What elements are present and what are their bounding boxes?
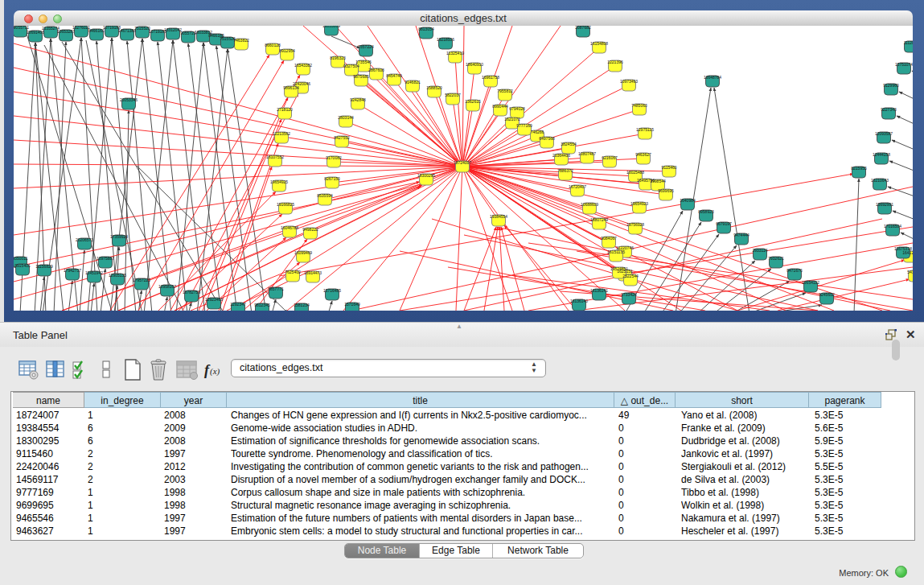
svg-text:9115460: 9115460 [661, 165, 676, 170]
svg-text:8427552: 8427552 [334, 135, 350, 140]
table-row[interactable]: 1872400712008Changes of HCN gene express… [11, 409, 914, 422]
node-table[interactable]: namein_degreeyeartitle△ out_de...shortpa… [10, 391, 915, 541]
table-settings-icon[interactable] [18, 359, 40, 381]
tab-edge-table[interactable]: Edge Table [419, 544, 492, 558]
svg-text:2867608: 2867608 [368, 68, 384, 72]
svg-text:16136141: 16136141 [590, 288, 608, 293]
close-panel-icon[interactable]: ✕ [906, 328, 916, 342]
table-row[interactable]: 969969511998Structural magnetic resonanc… [11, 499, 914, 512]
network-window-frame[interactable]: citations_edges.txt 11325419186409101696… [4, 0, 924, 322]
table-cell: 1997 [164, 525, 227, 538]
table-row[interactable]: 977716911998Corpus callosum shape and si… [11, 486, 914, 499]
svg-text:9812345: 9812345 [254, 303, 270, 307]
svg-text:8267150: 8267150 [324, 176, 340, 181]
table-cell: 2 [88, 473, 160, 486]
svg-text:11675318: 11675318 [894, 246, 912, 251]
table-cell: 2012 [164, 460, 227, 473]
table-cell: 19384554 [16, 422, 84, 435]
table-row[interactable]: 1456911722003Disruption of a novel membe… [11, 473, 914, 486]
table-row[interactable]: 1938455462009Genome-wide association stu… [11, 422, 914, 435]
svg-text:7515526: 7515526 [220, 36, 236, 41]
table-row[interactable]: 2242004622012Investigating the contribut… [11, 460, 914, 473]
svg-text:1621072: 1621072 [504, 117, 520, 122]
svg-text:10807487: 10807487 [578, 151, 596, 156]
memory-indicator-icon [895, 566, 907, 578]
table-cell: 2008 [164, 435, 227, 447]
svg-text:18640910: 18640910 [466, 62, 483, 67]
column-select-icon[interactable] [45, 359, 68, 381]
svg-text:9245652: 9245652 [819, 292, 835, 297]
svg-text:7625402: 7625402 [285, 270, 301, 274]
column-header-pagerank[interactable]: pagerank [809, 392, 881, 408]
table-selector-value: citations_edges.txt [240, 362, 323, 373]
table-row[interactable]: 911546021997Tourette syndrome. Phenomeno… [11, 447, 914, 460]
table-cell: 5.3E-5 [815, 499, 883, 512]
svg-text:11451942: 11451942 [85, 270, 103, 275]
table-cell: 5.3E-5 [815, 473, 883, 486]
table-cell: 0 [618, 499, 676, 512]
delete-table-icon[interactable] [148, 359, 170, 381]
svg-text:9875685: 9875685 [353, 74, 369, 79]
svg-text:16046788: 16046788 [281, 225, 298, 230]
network-canvas[interactable]: 1132541918640910169617587955812899044467… [14, 26, 913, 311]
column-header-name[interactable]: name [13, 392, 84, 408]
svg-text:16107552: 16107552 [266, 154, 284, 159]
table-cell: 9699695 [16, 499, 84, 512]
window-titlebar[interactable]: citations_edges.txt [14, 10, 913, 27]
float-window-icon[interactable] [885, 329, 897, 340]
tab-network-table[interactable]: Network Table [492, 544, 583, 558]
table-scrollbar-thumb[interactable] [892, 340, 900, 360]
table-cell: 22420046 [16, 460, 84, 473]
svg-text:8196323: 8196323 [330, 56, 346, 60]
column-pair-icon[interactable] [101, 359, 113, 381]
row-check-icon[interactable] [72, 359, 92, 381]
table-cell: Stergiakouli et al. (2012) [681, 460, 810, 473]
svg-text:12444158: 12444158 [873, 152, 890, 157]
svg-text:16136140: 16136140 [570, 299, 588, 303]
svg-text:2803144: 2803144 [338, 115, 354, 120]
svg-text:9242848: 9242848 [350, 97, 366, 102]
svg-text:16914473: 16914473 [304, 270, 322, 275]
svg-text:16720407: 16720407 [569, 184, 586, 189]
table-cell: 0 [618, 525, 676, 538]
table-cell: 5.3E-5 [815, 525, 883, 538]
split-divider-handle[interactable]: ▲ [456, 323, 464, 329]
column-header-short[interactable]: short [676, 392, 809, 408]
svg-text:8215955: 8215955 [851, 166, 867, 171]
svg-text:7485063: 7485063 [631, 103, 647, 108]
svg-text:8912954: 8912954 [279, 48, 295, 53]
svg-text:11156829: 11156829 [35, 264, 53, 269]
table-row[interactable]: 1830029562008Estimation of significance … [11, 435, 914, 447]
new-document-icon[interactable] [122, 359, 145, 381]
table-cell: 2003 [164, 473, 227, 486]
table-cell: Corpus callosum shape and size in male p… [231, 486, 614, 499]
svg-text:12905135: 12905135 [109, 273, 126, 278]
svg-text:6679197: 6679197 [716, 221, 732, 226]
column-header-out_de[interactable]: △ out_de... [614, 392, 676, 408]
svg-text:2087682: 2087682 [575, 26, 591, 30]
function-builder-icon[interactable]: f (x) [203, 359, 227, 381]
table-panel-title: Table Panel [13, 329, 68, 341]
svg-text:9146821: 9146821 [405, 80, 421, 84]
table-cell: 1 [88, 409, 160, 422]
svg-text:16033809: 16033809 [322, 26, 340, 28]
svg-text:9474444: 9474444 [733, 233, 749, 237]
svg-text:10025488: 10025488 [626, 170, 644, 175]
svg-text:19524851: 19524851 [610, 266, 628, 271]
table-cell: Jankovic et al. (1997) [681, 447, 810, 460]
svg-text:746266: 746266 [531, 130, 544, 134]
table-cell: 0 [618, 435, 676, 447]
svg-text:19654923: 19654923 [630, 201, 648, 206]
tab-node-table[interactable]: Node Table [345, 544, 419, 558]
column-header-year[interactable]: year [161, 392, 227, 408]
table-row[interactable]: 946554611997Estimation of the future num… [11, 512, 914, 525]
table-cell: 9463627 [16, 525, 84, 538]
memory-status: Memory: OK [820, 568, 889, 578]
table-selector-combo[interactable]: citations_edges.txt ▲▼ [231, 359, 546, 377]
svg-text:10654112: 10654112 [802, 280, 819, 285]
table-row[interactable]: 946362711997Embryonic stem cells: a mode… [11, 525, 914, 538]
table-toolbar: f (x) citations_edges.txt ▲▼ [0, 346, 924, 391]
column-header-title[interactable]: title [227, 392, 614, 408]
svg-text:9777169: 9777169 [516, 123, 532, 128]
column-header-in_degree[interactable]: in_degree [84, 392, 161, 408]
